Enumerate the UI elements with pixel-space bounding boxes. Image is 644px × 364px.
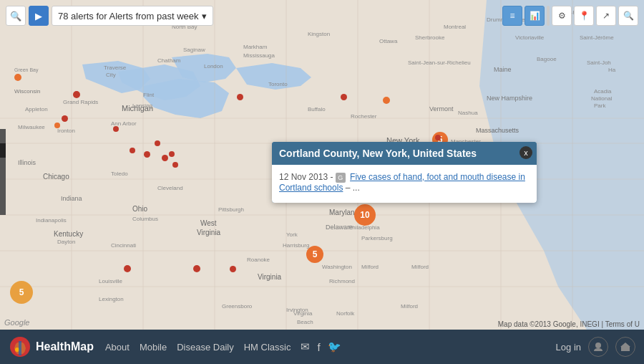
- svg-text:Flint: Flint: [143, 92, 155, 98]
- svg-text:Nashua: Nashua: [458, 110, 478, 116]
- nav-hm-classic[interactable]: HM Classic: [244, 342, 291, 353]
- svg-text:Saginaw: Saginaw: [183, 47, 205, 53]
- university-icon[interactable]: [615, 337, 635, 357]
- svg-text:Illinois: Illinois: [18, 159, 36, 166]
- svg-text:Acadia: Acadia: [594, 88, 612, 95]
- svg-text:Virginia: Virginia: [258, 273, 282, 281]
- svg-text:Greensboro: Greensboro: [222, 303, 253, 310]
- map-dot[interactable]: [169, 151, 175, 157]
- svg-text:Mississauga: Mississauga: [243, 52, 275, 59]
- svg-text:Milford: Milford: [401, 303, 418, 310]
- svg-text:Park: Park: [594, 102, 606, 109]
- svg-text:Milford: Milford: [411, 264, 429, 270]
- chart-view-button[interactable]: 📊: [525, 6, 545, 26]
- svg-text:York: York: [286, 231, 298, 238]
- facebook-icon[interactable]: f: [317, 341, 320, 353]
- map-dot[interactable]: [73, 91, 80, 98]
- svg-text:Toronto: Toronto: [268, 81, 288, 87]
- slider-thumb[interactable]: [0, 143, 6, 158]
- map-dot[interactable]: [113, 126, 119, 132]
- svg-text:London: London: [204, 63, 223, 70]
- svg-text:Milwaukee: Milwaukee: [18, 124, 45, 130]
- svg-text:Montreal: Montreal: [444, 24, 466, 30]
- svg-rect-96: [621, 347, 630, 351]
- twitter-icon[interactable]: 🐦: [328, 340, 341, 353]
- svg-text:Lansing: Lansing: [132, 102, 152, 109]
- map-dot[interactable]: [144, 151, 150, 158]
- svg-text:Louisville: Louisville: [99, 278, 122, 284]
- map-dot[interactable]: 5: [10, 281, 33, 304]
- map-dot[interactable]: [435, 135, 441, 140]
- location-popup: Cortland County, New York, United States…: [272, 142, 537, 203]
- location-button[interactable]: 📍: [574, 6, 594, 26]
- svg-text:Kingston: Kingston: [308, 31, 330, 37]
- zoom-search-button[interactable]: 🔍: [618, 6, 638, 26]
- search-button[interactable]: 🔍: [6, 6, 26, 26]
- nav-mobile[interactable]: Mobile: [140, 342, 167, 353]
- svg-point-95: [595, 343, 601, 348]
- logo-text: HealthMap: [36, 340, 94, 353]
- svg-text:New Hampshire: New Hampshire: [487, 95, 532, 102]
- svg-text:Richmond: Richmond: [329, 278, 355, 284]
- svg-text:Buffalo: Buffalo: [308, 106, 326, 112]
- map-dot[interactable]: [14, 74, 21, 81]
- svg-text:Kentucky: Kentucky: [54, 230, 83, 238]
- svg-text:Ottawa: Ottawa: [379, 38, 398, 44]
- map-dot[interactable]: [237, 94, 243, 100]
- map-dot[interactable]: 5: [306, 246, 323, 263]
- popup-close-button[interactable]: x: [519, 146, 532, 159]
- svg-text:Chicago: Chicago: [43, 173, 69, 181]
- google-logo: Google: [4, 318, 29, 327]
- list-view-button[interactable]: ≡: [502, 6, 522, 26]
- nav-about[interactable]: About: [105, 342, 130, 353]
- popup-header: Cortland County, New York, United States…: [272, 142, 537, 165]
- svg-text:Chatham: Chatham: [157, 57, 181, 64]
- map-dot[interactable]: [230, 266, 236, 272]
- svg-text:Cincinnati: Cincinnati: [111, 242, 136, 249]
- popup-date: 12 Nov 2013 - G Five cases of hand, foot…: [279, 172, 530, 193]
- map-dot[interactable]: 10: [354, 204, 376, 226]
- map-dot[interactable]: [162, 155, 168, 161]
- email-icon[interactable]: ✉: [301, 340, 310, 353]
- nav-disease-daily[interactable]: Disease Daily: [177, 342, 233, 353]
- svg-text:Maine: Maine: [494, 66, 512, 73]
- map-dot[interactable]: [383, 97, 390, 104]
- svg-text:Saint-Jean-sur-Richelieu: Saint-Jean-sur-Richelieu: [408, 59, 471, 66]
- svg-text:Irvington: Irvington: [286, 307, 308, 313]
- bottom-navigation: HealthMap About Mobile Disease Daily HM …: [0, 330, 644, 364]
- video-button[interactable]: ▶: [29, 6, 49, 26]
- map-dot[interactable]: [172, 162, 178, 168]
- svg-text:Sherbrooke: Sherbrooke: [415, 34, 445, 41]
- svg-text:Norfolk: Norfolk: [336, 310, 355, 317]
- map-dot[interactable]: [124, 265, 131, 272]
- healthmap-logo[interactable]: HealthMap: [9, 335, 94, 358]
- map-dot[interactable]: [130, 148, 135, 153]
- svg-text:West: West: [200, 219, 217, 227]
- svg-text:Lexington: Lexington: [99, 296, 124, 302]
- settings-button[interactable]: [547, 6, 550, 26]
- svg-text:Markham: Markham: [243, 44, 268, 50]
- svg-text:Parkersburg: Parkersburg: [361, 235, 393, 241]
- svg-text:Virginia: Virginia: [197, 229, 221, 236]
- svg-text:Saint-Joh: Saint-Joh: [587, 59, 611, 66]
- svg-text:National: National: [591, 95, 613, 102]
- zoom-slider[interactable]: [0, 129, 6, 215]
- login-button[interactable]: Log in: [556, 342, 581, 353]
- map-dot[interactable]: [193, 265, 200, 272]
- alert-filter[interactable]: 78 alerts for Alerts from past week ▾: [52, 6, 213, 26]
- svg-text:Wisconsin: Wisconsin: [14, 88, 40, 95]
- svg-text:Roanoke: Roanoke: [247, 257, 270, 263]
- share-button[interactable]: ↗: [596, 6, 616, 26]
- map-dot[interactable]: [62, 115, 68, 122]
- gear-button[interactable]: ⚙: [552, 6, 572, 26]
- svg-text:Saint-Jérôme: Saint-Jérôme: [580, 34, 614, 41]
- map-dot[interactable]: [155, 140, 160, 146]
- svg-text:Appleton: Appleton: [25, 106, 48, 112]
- map-attribution: Map data ©2013 Google, INEGI | Terms of …: [498, 320, 640, 328]
- svg-text:Ha: Ha: [608, 67, 616, 73]
- svg-text:Washington: Washington: [322, 264, 352, 270]
- map-dot[interactable]: [341, 94, 347, 100]
- map-dot[interactable]: [54, 123, 60, 128]
- svg-text:Beach: Beach: [297, 319, 313, 325]
- user-avatar[interactable]: [588, 337, 608, 357]
